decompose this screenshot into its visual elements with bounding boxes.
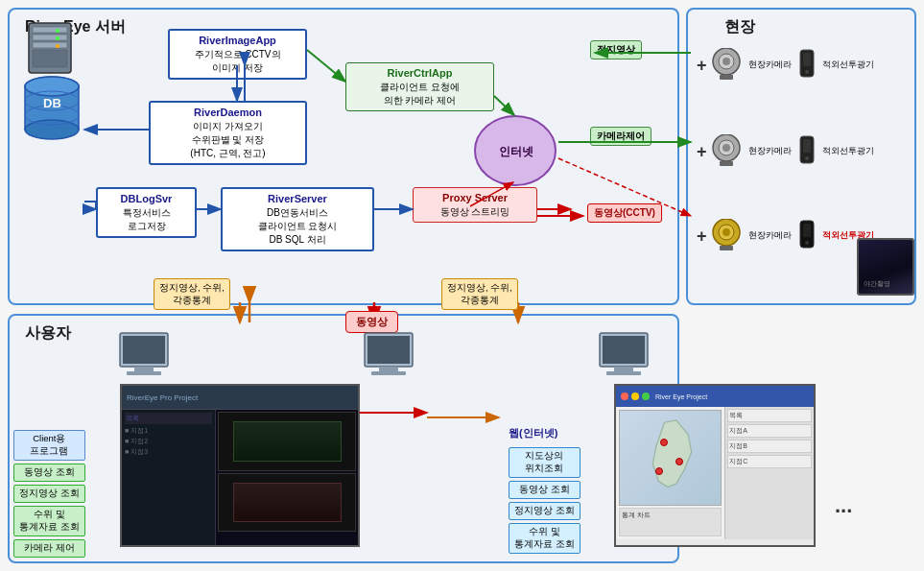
web-computer	[595, 331, 652, 384]
river-server-desc1: DB연동서비스	[228, 206, 367, 220]
ir-label-2: 적외선투광기	[822, 145, 874, 157]
river-ctrl-app-title: RiverCtrlApp	[352, 66, 487, 81]
svg-rect-78	[606, 371, 641, 375]
svg-rect-34	[803, 224, 811, 237]
middle-computer	[360, 331, 417, 384]
ellipsis: ...	[835, 493, 852, 518]
plus-3: +	[697, 226, 707, 247]
svg-point-31	[723, 228, 730, 236]
svg-point-24	[723, 144, 730, 152]
svg-point-28	[805, 156, 809, 160]
proxy-server-box: Proxy Server 동영상 스트리밍	[413, 187, 537, 223]
river-server-desc2: 클라이언트 요청시DB SQL 처리	[228, 220, 367, 247]
svg-rect-74	[371, 371, 406, 375]
web-still-view-label: 정지영상 조회	[509, 502, 580, 520]
db-log-svr-desc2: 로그저장	[104, 220, 189, 233]
client-screenshot: RiverEye Pro Project 목록 ■ 지점1 ■ 지점2 ■ 지점…	[120, 384, 360, 547]
ir-label-1: 적외선투광기	[822, 59, 874, 71]
svg-rect-1	[33, 27, 67, 33]
db-log-svr-box: DBLogSvr 특정서비스 로그저장	[96, 187, 197, 238]
still-view-label: 정지영상 조회	[13, 485, 85, 503]
svg-rect-69	[134, 367, 154, 371]
river-daemon-title: RiverDaemon	[156, 106, 299, 120]
db-icon: DB	[21, 72, 83, 139]
map-view-label: 지도상의위치조회	[509, 447, 580, 478]
ir-icon-1	[797, 48, 817, 81]
ir-icon-2	[797, 134, 817, 167]
river-server-box: RiverServer DB연동서비스 클라이언트 요청시DB SQL 처리	[221, 187, 374, 251]
svg-rect-20	[803, 53, 811, 66]
field-photo: 야간촬영	[857, 238, 914, 296]
camera-ctrl-label: 카메라 제어	[13, 539, 85, 558]
svg-rect-3	[33, 42, 67, 48]
svg-rect-72	[367, 336, 410, 364]
client-labels: Client용프로그램 동영상 조회 정지영상 조회 수위 및통계자료 조회 카…	[13, 430, 85, 558]
still-image-label-top: 정지영상	[590, 40, 642, 59]
camera-icon-1	[710, 48, 743, 81]
svg-rect-77	[614, 367, 633, 371]
ir-icon-3	[797, 219, 817, 251]
svg-point-21	[805, 70, 809, 74]
svg-rect-18	[720, 75, 733, 80]
user-section-title: 사용자	[17, 320, 79, 347]
camera-icon-2	[710, 134, 743, 167]
river-daemon-box: RiverDaemon 이미지 가져오기 수위판별 및 저장(HTC, 근역, …	[149, 101, 307, 165]
svg-rect-68	[123, 336, 165, 364]
camera-label-2: 현장카메라	[748, 145, 792, 157]
stats-label-left: 정지영상, 수위,각종통계	[154, 278, 230, 310]
video-view-label: 동영상 조회	[13, 464, 85, 482]
server-icon	[21, 21, 79, 74]
camera-group-2: 현장카메라 적외선투광기	[710, 134, 874, 167]
db-log-svr-title: DBLogSvr	[104, 192, 189, 206]
svg-point-11	[25, 77, 79, 96]
svg-rect-4	[33, 50, 67, 67]
stats-label-right: 정지영상, 수위,각종통계	[441, 278, 518, 310]
web-screenshot: River Eye Project 통계 차트 목록	[614, 384, 816, 547]
river-ctrl-app-box: RiverCtrlApp 클라이언트 요청에의한 카메라 제어	[345, 62, 494, 111]
web-labels: 웹(인터넷) 지도상의위치조회 동영상 조회 정지영상 조회 수위 및통계자료 …	[509, 426, 580, 554]
river-image-app-title: RiverImageApp	[176, 34, 299, 48]
svg-rect-32	[720, 246, 733, 250]
db-log-svr-desc1: 특정서비스	[104, 206, 189, 220]
web-video-view-label: 동영상 조회	[509, 481, 580, 499]
svg-rect-25	[720, 161, 733, 166]
svg-rect-73	[379, 367, 398, 371]
client-computer	[115, 331, 173, 384]
svg-point-7	[56, 44, 59, 48]
plus-2: +	[697, 142, 707, 162]
svg-point-35	[805, 241, 809, 245]
proxy-server-title: Proxy Server	[419, 191, 531, 205]
video-label-center: 동영상	[345, 311, 398, 333]
camera-icon-3	[710, 219, 743, 251]
web-stats-view-label: 수위 및통계자료 조회	[509, 523, 580, 554]
camera-group-3: 현장카메라 적외선투광기	[710, 219, 874, 251]
svg-rect-70	[127, 371, 161, 375]
svg-rect-76	[603, 336, 645, 364]
river-server-title: RiverServer	[228, 192, 367, 206]
svg-rect-27	[803, 139, 811, 153]
svg-point-17	[723, 58, 730, 65]
plus-1: +	[697, 56, 707, 76]
svg-point-10	[25, 120, 79, 139]
server-section: RiverEye 서버	[8, 8, 679, 305]
internet-cloud: 인터넷	[470, 110, 561, 192]
river-image-app-box: RiverImageApp 주기적으로 CCTV의이미지 저장	[168, 29, 307, 80]
river-ctrl-app-desc: 클라이언트 요청에의한 카메라 제어	[352, 81, 487, 107]
web-section-title: 웹(인터넷)	[509, 426, 580, 440]
video-cctv-label: 동영상(CCTV)	[587, 203, 662, 223]
proxy-server-desc: 동영상 스트리밍	[419, 205, 531, 219]
svg-rect-2	[33, 35, 67, 40]
camera-label-1: 현장카메라	[748, 59, 792, 71]
diagram-container: RiverEye 서버 현장 사용자	[0, 0, 924, 571]
field-section-title: 현장	[717, 13, 763, 41]
stats-view-label: 수위 및통계자료 조회	[13, 506, 85, 536]
db-label: DB	[43, 96, 61, 110]
river-daemon-desc1: 이미지 가져오기	[156, 120, 299, 133]
internet-label: 인터넷	[499, 143, 533, 159]
camera-group-1: 현장카메라 적외선투광기	[710, 48, 874, 81]
svg-point-6	[56, 36, 59, 40]
svg-point-5	[56, 29, 59, 33]
river-image-app-desc: 주기적으로 CCTV의이미지 저장	[176, 48, 299, 75]
camera-label-3: 현장카메라	[748, 229, 792, 242]
client-program-label: Client용프로그램	[13, 430, 85, 461]
